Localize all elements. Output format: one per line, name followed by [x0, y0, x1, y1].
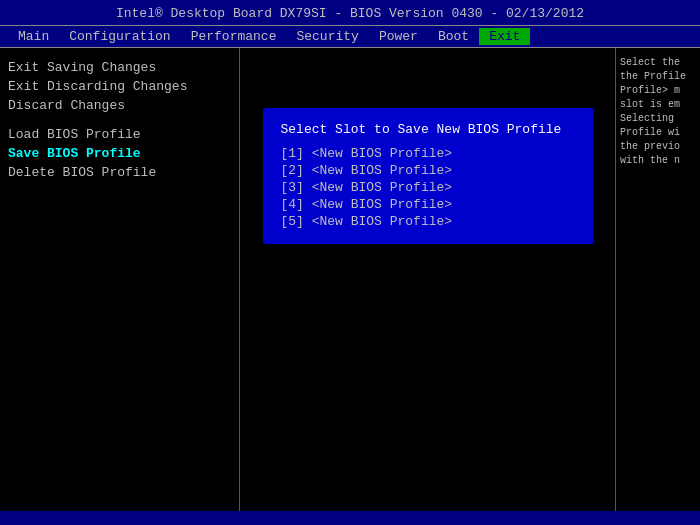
left-menu-item-discard-changes[interactable]: Discard Changes [8, 96, 231, 115]
menu-item-exit[interactable]: Exit [479, 28, 530, 45]
menu-item-performance[interactable]: Performance [181, 28, 287, 45]
dialog-title: Select Slot to Save New BIOS Profile [281, 122, 575, 137]
right-panel: Select the the Profile Profile> m slot i… [615, 48, 700, 511]
left-menu-item-delete-bios-profile[interactable]: Delete BIOS Profile [8, 163, 231, 182]
dialog-slot-item[interactable]: [1] <New BIOS Profile> [281, 145, 575, 162]
slot-dialog: Select Slot to Save New BIOS Profile [1]… [263, 108, 593, 244]
left-menu-item-exit-discarding-changes[interactable]: Exit Discarding Changes [8, 77, 231, 96]
menu-item-main[interactable]: Main [8, 28, 59, 45]
left-panel: Exit Saving ChangesExit Discarding Chang… [0, 48, 240, 511]
left-menu-item-load-bios-profile[interactable]: Load BIOS Profile [8, 125, 231, 144]
help-text: Select the the Profile Profile> m slot i… [620, 56, 696, 168]
dialog-slot-item[interactable]: [5] <New BIOS Profile> [281, 213, 575, 230]
menu-item-security[interactable]: Security [286, 28, 368, 45]
menu-bar: MainConfigurationPerformanceSecurityPowe… [0, 25, 700, 48]
menu-item-power[interactable]: Power [369, 28, 428, 45]
bios-title: Intel® Desktop Board DX79SI - BIOS Versi… [0, 0, 700, 25]
left-menu-item-exit-saving-changes[interactable]: Exit Saving Changes [8, 58, 231, 77]
dialog-slot-item[interactable]: [3] <New BIOS Profile> [281, 179, 575, 196]
menu-spacer [8, 115, 231, 125]
left-menu-item-save-bios-profile[interactable]: Save BIOS Profile [8, 144, 231, 163]
dialog-slot-item[interactable]: [4] <New BIOS Profile> [281, 196, 575, 213]
menu-item-configuration[interactable]: Configuration [59, 28, 180, 45]
main-area: Exit Saving ChangesExit Discarding Chang… [0, 48, 700, 511]
menu-item-boot[interactable]: Boot [428, 28, 479, 45]
dialog-slot-item[interactable]: [2] <New BIOS Profile> [281, 162, 575, 179]
center-panel: Select Slot to Save New BIOS Profile [1]… [240, 48, 615, 511]
